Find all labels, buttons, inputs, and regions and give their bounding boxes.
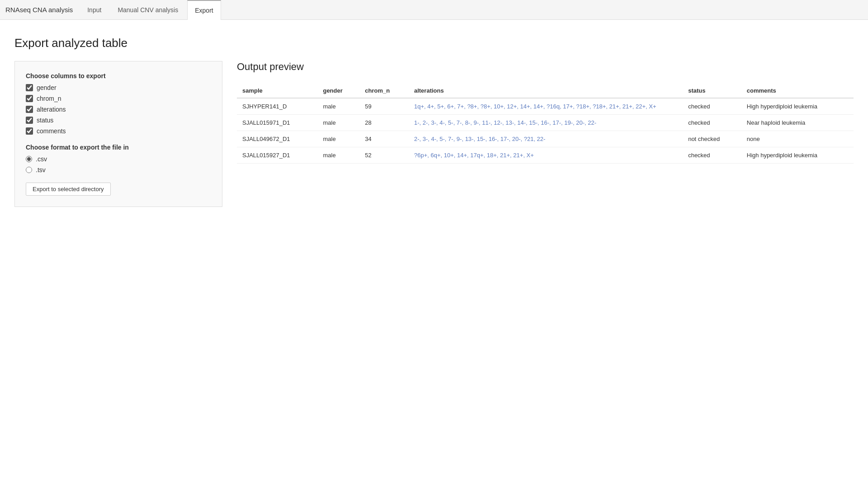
cell-chrom_n: 34 — [359, 131, 409, 147]
col-header-chrom_n: chrom_n — [359, 84, 409, 98]
cell-comments: High hyperdiploid leukemia — [741, 98, 854, 115]
cell-status: checked — [683, 98, 741, 115]
table-row: SJALL015971_D1male281-, 2-, 3-, 4-, 5-, … — [237, 115, 854, 131]
radio-item-tsv[interactable]: .tsv — [26, 166, 211, 174]
cell-sample: SJALL049672_D1 — [237, 131, 317, 147]
columns-section-label: Choose columns to export — [26, 72, 211, 80]
checkbox-label-status: status — [37, 117, 53, 124]
cell-comments: none — [741, 131, 854, 147]
cell-status: not checked — [683, 131, 741, 147]
page-title: Export analyzed table — [14, 36, 854, 50]
checkbox-alterations[interactable] — [26, 106, 33, 113]
columns-section: Choose columns to export gender chrom_n … — [26, 72, 211, 135]
cell-alterations: 1-, 2-, 3-, 4-, 5-, 7-, 8-, 9-, 11-, 12-… — [409, 115, 683, 131]
cell-alterations: ?6p+, 6q+, 10+, 14+, 17q+, 18+, 21+, 21+… — [409, 147, 683, 164]
tab-export[interactable]: Export — [187, 0, 221, 20]
cell-gender: male — [317, 147, 359, 164]
col-header-comments: comments — [741, 84, 854, 98]
radio-csv[interactable] — [26, 156, 32, 162]
cell-sample: SJALL015927_D1 — [237, 147, 317, 164]
checkbox-item-status[interactable]: status — [26, 117, 211, 124]
radio-group: .csv .tsv — [26, 155, 211, 174]
col-header-sample: sample — [237, 84, 317, 98]
cell-gender: male — [317, 98, 359, 115]
checkbox-comments[interactable] — [26, 127, 33, 135]
cell-alterations: 2-, 3-, 4-, 5-, 7-, 9-, 13-, 15-, 16-, 1… — [409, 131, 683, 147]
app-brand: RNAseq CNA analysis — [5, 6, 73, 14]
checkbox-item-comments[interactable]: comments — [26, 127, 211, 135]
checkbox-item-chrom_n[interactable]: chrom_n — [26, 95, 211, 102]
cell-chrom_n: 52 — [359, 147, 409, 164]
tab-input[interactable]: Input — [80, 0, 108, 20]
col-header-gender: gender — [317, 84, 359, 98]
cell-chrom_n: 28 — [359, 115, 409, 131]
checkbox-group: gender chrom_n alterations status — [26, 84, 211, 135]
table-row: SJALL015927_D1male52?6p+, 6q+, 10+, 14+,… — [237, 147, 854, 164]
cell-comments: Near haploid leukemia — [741, 115, 854, 131]
table-header-row: sample gender chrom_n alterations status… — [237, 84, 854, 98]
checkbox-label-gender: gender — [37, 84, 57, 91]
col-header-alterations: alterations — [409, 84, 683, 98]
export-button[interactable]: Export to selected directory — [26, 183, 111, 196]
format-section-label: Choose format to export the file in — [26, 144, 211, 151]
cell-chrom_n: 59 — [359, 98, 409, 115]
checkbox-gender[interactable] — [26, 84, 33, 91]
radio-label-csv: .csv — [36, 155, 47, 163]
main-content: Export analyzed table Choose columns to … — [0, 20, 868, 223]
content-row: Choose columns to export gender chrom_n … — [14, 61, 854, 207]
checkbox-status[interactable] — [26, 117, 33, 124]
cell-alterations: 1q+, 4+, 5+, 6+, 7+, ?8+, ?8+, 10+, 12+,… — [409, 98, 683, 115]
cell-gender: male — [317, 131, 359, 147]
left-panel: Choose columns to export gender chrom_n … — [14, 61, 222, 207]
table-row: SJHYPER141_Dmale591q+, 4+, 5+, 6+, 7+, ?… — [237, 98, 854, 115]
cell-comments: High hyperdiploid leukemia — [741, 147, 854, 164]
table-row: SJALL049672_D1male342-, 3-, 4-, 5-, 7-, … — [237, 131, 854, 147]
col-header-status: status — [683, 84, 741, 98]
cell-gender: male — [317, 115, 359, 131]
checkbox-label-comments: comments — [37, 127, 66, 135]
navbar: RNAseq CNA analysis Input Manual CNV ana… — [0, 0, 868, 20]
cell-status: checked — [683, 147, 741, 164]
tab-manual-cnv[interactable]: Manual CNV analysis — [110, 0, 185, 20]
checkbox-item-gender[interactable]: gender — [26, 84, 211, 91]
output-preview-title: Output preview — [237, 61, 854, 73]
cell-status: checked — [683, 115, 741, 131]
cell-sample: SJHYPER141_D — [237, 98, 317, 115]
radio-item-csv[interactable]: .csv — [26, 155, 211, 163]
radio-tsv[interactable] — [26, 167, 32, 173]
preview-table: sample gender chrom_n alterations status… — [237, 84, 854, 164]
radio-label-tsv: .tsv — [36, 166, 46, 174]
checkbox-label-alterations: alterations — [37, 106, 66, 113]
right-panel: Output preview sample gender chrom_n alt… — [237, 61, 854, 164]
cell-sample: SJALL015971_D1 — [237, 115, 317, 131]
checkbox-label-chrom_n: chrom_n — [37, 95, 61, 102]
format-section: Choose format to export the file in .csv… — [26, 144, 211, 174]
checkbox-item-alterations[interactable]: alterations — [26, 106, 211, 113]
checkbox-chrom_n[interactable] — [26, 95, 33, 102]
